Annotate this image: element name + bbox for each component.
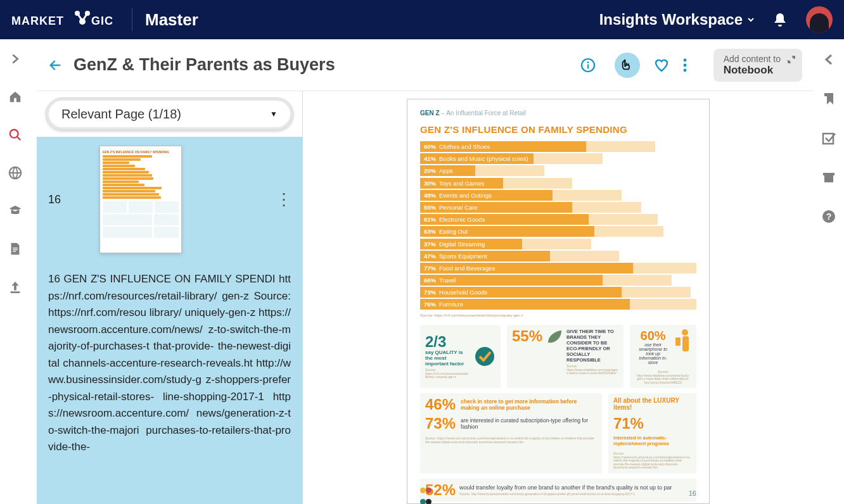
svg-text:GIC: GIC bbox=[91, 15, 113, 27]
svg-point-3 bbox=[79, 18, 86, 25]
expand-icon bbox=[787, 55, 796, 64]
svg-rect-18 bbox=[682, 336, 689, 351]
svg-rect-7 bbox=[13, 248, 17, 248]
bookmark-icon[interactable] bbox=[821, 91, 836, 106]
bar-row: 20%Apps bbox=[420, 165, 696, 176]
upload-icon[interactable] bbox=[8, 280, 22, 294]
svg-point-11 bbox=[587, 61, 589, 63]
svg-point-5 bbox=[10, 130, 18, 138]
chart-source: Source: https://nrf.com/resources/retail… bbox=[420, 313, 696, 317]
bar-row: 77%Food and Beverages bbox=[420, 263, 696, 274]
collapse-right-button[interactable] bbox=[821, 52, 836, 67]
document-icon[interactable] bbox=[8, 242, 22, 256]
brand[interactable]: MARKET GIC bbox=[11, 9, 119, 30]
page-filter-dropdown[interactable]: Relevant Page (1/18) ▼ bbox=[46, 98, 293, 130]
svg-point-13 bbox=[683, 58, 686, 61]
page-title: GenZ & Their Parents as Buyers bbox=[74, 55, 575, 75]
bar-row: 55%Personal Care bbox=[420, 202, 696, 213]
pointer-button[interactable] bbox=[615, 53, 640, 78]
page-brand-icon bbox=[420, 484, 434, 498]
checklist-icon[interactable] bbox=[821, 130, 836, 146]
stat-smartphone: 60% use their smartphone to look up info… bbox=[630, 325, 696, 388]
brand-logo-icon: MARKET GIC bbox=[11, 9, 119, 30]
bar-chart: 60%Clothes and Shoes41%Books and Music (… bbox=[420, 141, 696, 310]
globe-icon[interactable] bbox=[8, 166, 22, 180]
svg-point-15 bbox=[683, 68, 686, 72]
caret-down-icon bbox=[748, 16, 754, 23]
svg-text:?: ? bbox=[826, 211, 832, 222]
app-mode-label[interactable]: Master bbox=[145, 10, 198, 30]
svg-rect-9 bbox=[13, 251, 16, 252]
page-text-excerpt: 16 GEN Z'S INFLUENCE ON FAMILY SPENDI ht… bbox=[48, 271, 291, 456]
brand-divider bbox=[132, 8, 132, 31]
page-header: GenZ & Their Parents as Buyers Add conte… bbox=[37, 39, 814, 91]
workspace-dropdown[interactable]: Insights Workspace bbox=[599, 11, 754, 28]
svg-point-14 bbox=[683, 63, 686, 66]
add-content-text1: Add content to bbox=[724, 54, 781, 64]
phone-person-icon bbox=[674, 329, 691, 355]
kebab-icon bbox=[683, 58, 687, 72]
page-thumbnail[interactable]: GEN Z'S INFLUENCE ON FAMILY SPENDING bbox=[99, 146, 182, 253]
page-thumbnail-row[interactable]: 16 GEN Z'S INFLUENCE ON FAMILY SPENDING bbox=[48, 146, 291, 253]
back-button[interactable] bbox=[48, 58, 62, 72]
add-to-notebook-button[interactable]: Add content to Notebook bbox=[713, 49, 802, 82]
bar-row: 63%Eating Out bbox=[420, 226, 696, 237]
bar-row: 41%Books and Music (physical coies) bbox=[420, 153, 696, 164]
more-actions-button[interactable] bbox=[683, 58, 687, 72]
heart-icon bbox=[654, 58, 669, 73]
bar-row: 66%Travel bbox=[420, 275, 696, 286]
stat-luxury: All about the LUXURY items! 71% interest… bbox=[608, 393, 696, 474]
bell-icon bbox=[773, 12, 787, 27]
stat-quality: 2/3 say QUALITY is the most important fa… bbox=[420, 325, 501, 388]
bar-row: 76%Furniture bbox=[420, 299, 696, 310]
top-bar: MARKET GIC Master Insights Workspace bbox=[0, 0, 844, 39]
bar-row: 73%Household Goods bbox=[420, 287, 696, 298]
bar-row: 48%Events and Outings bbox=[420, 190, 696, 201]
stat-subscription: 46% check in store to get more informati… bbox=[420, 393, 602, 474]
chart-title: GEN Z'S INFLUENCE ON FAMILY SPENDING bbox=[420, 124, 696, 135]
home-icon[interactable] bbox=[8, 90, 22, 104]
stat-eco: 55% GIVE THEIR TIME TO BRANDS THEY CONSI… bbox=[507, 325, 623, 388]
checkmark-icon bbox=[474, 346, 496, 367]
add-content-text2: Notebook bbox=[724, 64, 781, 77]
bar-row: 47%Sports Equipment bbox=[420, 251, 696, 261]
bar-row: 37%Digital Streaming bbox=[420, 239, 696, 249]
svg-rect-8 bbox=[13, 249, 17, 250]
bar-row: 61%Electronic Goods bbox=[420, 214, 696, 225]
notifications-button[interactable] bbox=[773, 12, 787, 27]
info-icon bbox=[580, 58, 596, 73]
user-avatar[interactable] bbox=[806, 6, 833, 33]
help-icon[interactable]: ? bbox=[821, 209, 836, 224]
thumbnail-more-button[interactable]: ⋮ bbox=[276, 198, 291, 201]
leaf-icon bbox=[546, 329, 563, 384]
svg-point-16 bbox=[475, 347, 494, 366]
svg-rect-19 bbox=[675, 337, 681, 346]
pages-pane: Relevant Page (1/18) ▼ 16 GEN Z'S INFLUE… bbox=[37, 91, 303, 504]
expand-sidebar-button[interactable] bbox=[8, 52, 22, 66]
education-icon[interactable] bbox=[8, 204, 22, 218]
bar-row: 60%Clothes and Shoes bbox=[420, 141, 696, 152]
left-sidebar bbox=[0, 39, 30, 504]
favorite-button[interactable] bbox=[654, 58, 669, 73]
svg-text:MARKET: MARKET bbox=[11, 15, 64, 27]
svg-rect-12 bbox=[587, 64, 589, 68]
right-sidebar: ? bbox=[814, 39, 844, 504]
workspace-label: Insights Workspace bbox=[599, 11, 743, 28]
search-icon[interactable] bbox=[8, 128, 22, 142]
svg-point-17 bbox=[682, 329, 688, 336]
caret-down-icon: ▼ bbox=[270, 110, 278, 118]
pointer-icon bbox=[620, 58, 634, 72]
dropdown-label: Relevant Page (1/18) bbox=[61, 107, 181, 122]
thumbnail-page-number: 16 bbox=[48, 193, 63, 206]
page-number-label: 16 bbox=[689, 489, 696, 497]
document-viewer[interactable]: GEN Z – An Influential Force at Retail G… bbox=[303, 91, 814, 504]
bar-row: 30%Toys and Games bbox=[420, 178, 696, 189]
document-page: GEN Z – An Influential Force at Retail G… bbox=[407, 99, 710, 504]
info-button[interactable] bbox=[575, 53, 601, 78]
stat-loyalty: 52% would transfer loyalty from one bran… bbox=[420, 479, 696, 501]
page-banner: GEN Z – An Influential Force at Retail bbox=[420, 110, 696, 117]
archive-icon[interactable] bbox=[821, 170, 836, 185]
avatar-icon bbox=[810, 13, 828, 34]
